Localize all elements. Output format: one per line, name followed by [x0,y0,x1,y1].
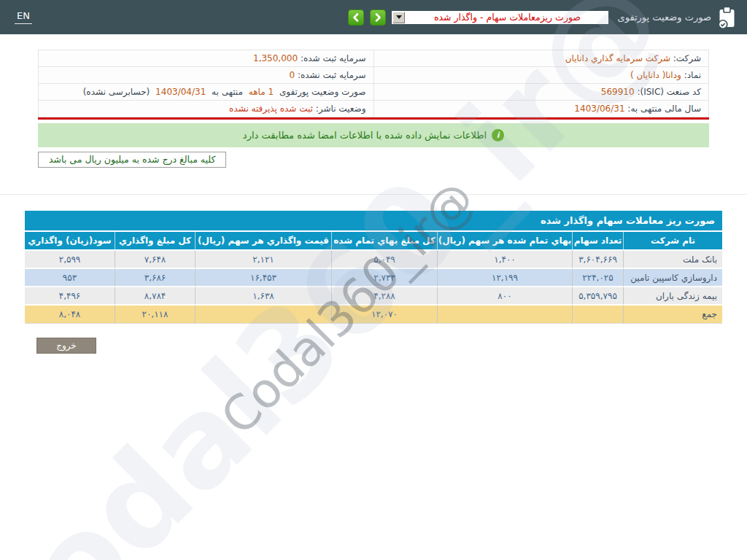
table-title: صورت ریز معاملات سهام واگذار شده [25,211,722,230]
fiscal-year-label: سال مالی منتهی به: [627,104,701,114]
cell-company: داروسازي کاسپین تامین [624,269,722,287]
table-header-row: نام شرکت تعداد سهام بهاي تمام شده هر سهم… [25,232,722,251]
cell-gain-loss: ۹۵۳ [25,269,115,287]
section-divider [0,194,747,195]
cell-cost-per-share: ۱۲,۱۹۹ [438,269,573,287]
cell-total-transfer: ۳,۶۸۶ [115,269,196,287]
cell-cost-per-share: ۱,۴۰۰ [438,251,573,269]
portfolio-period-label: صورت وضعیت پورتفوی [279,87,366,97]
company-label: شرکت: [673,53,701,63]
report-select-value: صورت ریزمعاملات سهام - واگذار شده [406,11,608,24]
cell-transfer-price [196,306,332,324]
transactions-section: صورت ریز معاملات سهام واگذار شده نام شرک… [25,211,722,324]
col-company-name: نام شرکت [624,232,722,251]
cell-total-transfer: ۷,۶۴۸ [115,251,196,269]
page-title: صورت وضعیت پورتفوی [617,12,711,23]
cell-total-cost: ۱۲,۰۷۰ [332,306,438,324]
exit-button[interactable]: خروج [36,338,96,354]
info-row: کد صنعت (ISIC): 569910 صورت وضعیت پورتفو… [39,84,709,101]
cell-company: بانک ملت [624,251,722,269]
cell-total-cost: ۵,۰۴۹ [332,251,438,269]
cell-total-cost: ۴,۲۸۸ [332,287,438,306]
signed-data-notice-text: اطلاعات نمایش داده شده با اطلاعات امضا ش… [243,130,487,141]
col-share-count: تعداد سهام [573,232,624,251]
issuer-status-label: وضعیت ناشر: [316,104,366,114]
unaudited-label: (حسابرسی نشده) [83,87,150,97]
fiscal-year-value: 1403/06/31 [574,104,624,114]
info-row: نماد: ودانا( دانایان ) سرمایه ثبت نشده: … [39,67,709,84]
unregistered-capital-value: 0 [289,70,295,80]
previous-report-button[interactable] [348,9,364,26]
ending-label: منتهی به [212,87,243,97]
col-gain-loss: سود(زیان) واگذاري [25,232,115,251]
issuer-status-value: ثبت شده پذیرفته نشده [229,104,313,114]
symbol-label: نماد: [684,70,701,80]
cell-total-transfer: ۸,۷۸۴ [115,287,196,306]
million-rial-note: کلیه مبالغ درج شده به میلیون ریال می باش… [38,152,226,168]
cell-company: بیمه زندگی باران [624,287,722,306]
clipboard-check-icon [717,6,737,29]
red-divider [38,117,709,120]
table-sum-row: جمع ۱۲,۰۷۰ ۲۰,۱۱۸ ۸,۰۴۸ [25,306,722,324]
cell-shares: ۳,۶۰۴,۶۶۹ [573,251,624,269]
company-info-table: شرکت: شرکت سرمایه گذاري دانایان سرمایه ث… [38,50,709,117]
col-transfer-price-per-share: قیمت واگذاري هر سهم (ریال) [196,232,332,251]
cell-transfer-price: ۲,۱۲۱ [196,251,332,269]
cell-gain-loss: ۴,۴۹۶ [25,287,115,306]
table-row: بانک ملت ۳,۶۰۴,۶۶۹ ۱,۴۰۰ ۵,۰۴۹ ۲,۱۲۱ ۷,۶… [25,251,722,269]
col-total-transfer: کل مبلغ واگذاري [115,232,196,251]
next-report-button[interactable] [370,9,386,26]
cell-total-cost: ۲,۷۳۳ [332,269,438,287]
portfolio-period-value: 1 ماهه [249,87,274,97]
col-total-cost: کل مبلغ بهاي تمام شده [332,232,438,251]
cell-shares: ۲۲۴,۰۲۵ [573,269,624,287]
symbol-value: ودانا( دانایان ) [630,70,681,80]
registered-capital-label: سرمایه ثبت شده: [301,53,366,63]
cell-cost-per-share: ۸۰۰ [438,287,573,306]
cell-shares: ۵,۳۵۹,۷۹۵ [573,287,624,306]
col-cost-per-share: بهاي تمام شده هر سهم (ریال) [438,232,573,251]
company-value: شرکت سرمایه گذاري دانایان [565,53,670,63]
unregistered-capital-label: سرمایه ثبت نشده: [298,70,366,80]
transactions-table: نام شرکت تعداد سهام بهاي تمام شده هر سهم… [25,232,722,324]
cell-gain-loss: ۸,۰۴۸ [25,306,115,324]
isic-label: کد صنعت (ISIC): [637,87,701,97]
top-bar: صورت وضعیت پورتفوی صورت ریزمعاملات سهام … [0,0,747,34]
cell-gain-loss: ۲,۵۹۹ [25,251,115,269]
registered-capital-value: 1,350,000 [253,53,298,63]
info-icon: i [492,129,504,141]
cell-transfer-price: ۱,۶۳۸ [196,287,332,306]
cell-shares [573,306,624,324]
cell-company: جمع [624,306,722,324]
language-switch-en[interactable]: EN [15,10,32,24]
table-row: داروسازي کاسپین تامین ۲۲۴,۰۲۵ ۱۲,۱۹۹ ۲,۷… [25,269,722,287]
info-row: شرکت: شرکت سرمایه گذاري دانایان سرمایه ث… [39,50,709,67]
info-row: سال مالی منتهی به: 1403/06/31 وضعیت ناشر… [39,101,709,117]
isic-value: 569910 [601,87,635,97]
cell-transfer-price: ۱۶,۴۵۳ [196,269,332,287]
report-select[interactable]: صورت ریزمعاملات سهام - واگذار شده [392,11,608,24]
signed-data-notice: i اطلاعات نمایش داده شده با اطلاعات امضا… [38,123,709,147]
table-row: بیمه زندگی باران ۵,۳۵۹,۷۹۵ ۸۰۰ ۴,۲۸۸ ۱,۶… [25,287,722,306]
cell-total-transfer: ۲۰,۱۱۸ [115,306,196,324]
portfolio-date-value: 1403/04/31 [155,87,206,97]
cell-cost-per-share [438,306,573,324]
dropdown-arrow-icon[interactable] [392,12,405,23]
